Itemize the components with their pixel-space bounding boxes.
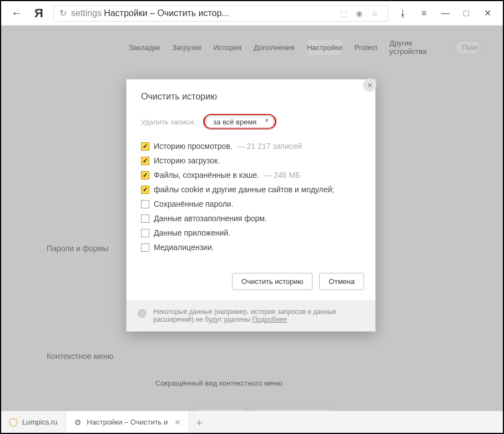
tab-strip: Lumpics.ru ⚙ Настройки – Очистить и ✕ ＋: [1, 411, 503, 433]
option-label: Историю загрузок.: [154, 156, 220, 165]
clear-option-4[interactable]: Сохранённые пароли.: [141, 199, 361, 208]
checkbox[interactable]: [141, 214, 149, 223]
dialog-title: Очистить историю: [141, 92, 361, 102]
time-range-select[interactable]: за всё время: [206, 115, 274, 129]
titlebar-right: ⭳ ≡ ― □ ✕: [392, 8, 498, 18]
lumpics-favicon-icon: [9, 418, 18, 427]
option-meta: — 246 МБ: [264, 171, 300, 179]
address-bar[interactable]: ↻ settings Настройки – Очистить истор...…: [53, 5, 389, 22]
tab-label: Lumpics.ru: [22, 418, 58, 426]
highlight-ring: за всё время: [203, 114, 276, 129]
option-label: Сохранённые пароли.: [154, 199, 234, 208]
menu-icon[interactable]: ≡: [419, 8, 430, 18]
checkbox[interactable]: [141, 229, 149, 237]
clear-option-6[interactable]: Данные приложений.: [141, 228, 361, 237]
tab-close-button[interactable]: ✕: [174, 418, 181, 427]
clear-history-dialog: ✕ Очистить историю Удалить записи: за вс…: [126, 79, 376, 332]
close-button[interactable]: ✕: [482, 8, 493, 18]
cancel-button[interactable]: Отмена: [319, 273, 364, 290]
checkbox[interactable]: [141, 142, 149, 151]
option-label: Данные приложений.: [154, 228, 230, 237]
checkbox[interactable]: [141, 200, 149, 208]
checkbox[interactable]: [141, 243, 149, 252]
option-label: файлы cookie и другие данные сайтов и мо…: [154, 185, 334, 194]
option-label: Историю просмотров.: [154, 142, 233, 151]
clear-option-3[interactable]: файлы cookie и другие данные сайтов и мо…: [141, 185, 361, 194]
clear-option-2[interactable]: Файлы, сохранённые в кэше. — 246 МБ: [141, 171, 361, 179]
minimize-button[interactable]: ―: [440, 8, 451, 18]
option-label: Медиалицензии.: [154, 243, 214, 252]
delete-records-label: Удалить записи:: [141, 118, 195, 126]
note-link[interactable]: Подробнее: [253, 316, 287, 323]
star-icon[interactable]: ☆: [369, 9, 380, 18]
downloads-icon[interactable]: ⭳: [397, 8, 409, 18]
tab-lumpics[interactable]: Lumpics.ru: [1, 411, 66, 433]
reload-icon[interactable]: ↻: [59, 8, 67, 18]
dialog-note: i Некоторые данные (например, история за…: [127, 300, 375, 331]
clear-option-1[interactable]: Историю загрузок.: [141, 156, 361, 165]
titlebar: ← Я ↻ settings Настройки – Очистить исто…: [1, 1, 503, 26]
option-label: Файлы, сохранённые в кэше.: [154, 171, 259, 179]
clear-option-0[interactable]: Историю просмотров. — 21 217 записей: [141, 142, 361, 151]
reader-icon[interactable]: ⬚: [338, 9, 349, 18]
url-suffix: Настройки – Очистить истор...: [104, 8, 229, 18]
url-prefix: settings: [71, 8, 102, 18]
back-button[interactable]: ←: [6, 7, 28, 19]
clear-history-button[interactable]: Очистить историю: [232, 273, 313, 290]
clear-option-5[interactable]: Данные автозаполнения форм.: [141, 214, 361, 223]
dialog-close-button[interactable]: ✕: [363, 78, 376, 92]
checkbox[interactable]: [141, 171, 149, 179]
shield-icon[interactable]: ◉: [354, 9, 365, 18]
clear-option-7[interactable]: Медиалицензии.: [141, 243, 361, 252]
option-label: Данные автозаполнения форм.: [154, 214, 267, 223]
info-icon: i: [138, 309, 147, 318]
tab-label: Настройки – Очистить и: [87, 418, 168, 426]
tab-settings[interactable]: ⚙ Настройки – Очистить и ✕: [66, 411, 190, 433]
checkbox[interactable]: [141, 186, 149, 194]
yandex-logo-icon[interactable]: Я: [28, 6, 50, 21]
gear-icon: ⚙: [74, 418, 83, 427]
new-tab-button[interactable]: ＋: [189, 411, 209, 433]
note-text: Некоторые данные (например, история запр…: [153, 308, 336, 323]
option-meta: — 21 217 записей: [237, 142, 302, 151]
checkbox[interactable]: [141, 157, 149, 165]
maximize-button[interactable]: □: [461, 8, 472, 18]
